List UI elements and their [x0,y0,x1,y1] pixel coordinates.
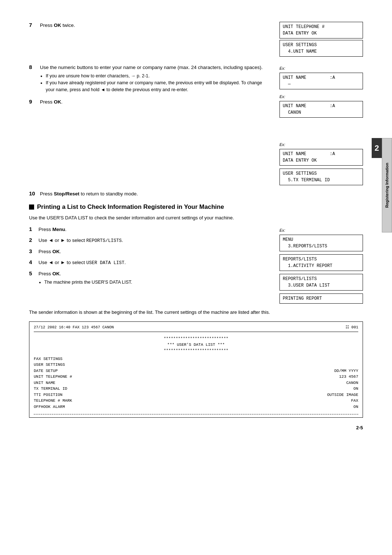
step-8: 8 Use the numeric buttons to enter your … [29,64,271,93]
lcd-unit-name-data-entry-ok: UNIT NAME :A DATA ENTRY OK [279,149,363,166]
printing-ex-label-1: Ex: [279,228,363,232]
step-10-row: 10 Press Stop/Reset to return to standby… [29,190,363,198]
lcd-reports-lists-activity: REPORTS/LISTS 1.ACTIVITY REPORT [279,254,363,271]
step-7-row: 7 Press OK twice. UNIT TELEPHONE # DATA … [29,22,363,58]
printing-step-2-content: Use ◄ or ► to select REPORTS/LISTS. [38,237,271,244]
printing-step-5-bullet: The machine prints the USER'S DATA LIST. [44,279,271,286]
step-10-number: 10 [29,190,36,197]
printing-step-3-number: 3 [29,248,36,254]
data-list-title: *** USER'S DATA LIST *** [34,342,358,348]
step-9-ok-bold: OK [54,99,61,105]
data-list-offhook: OFFHOOK ALARM ON [34,404,358,410]
step-3-ok-bold: OK [52,249,60,254]
section-number-badge: 2 [372,138,382,158]
data-list-stars-1: *************************** [34,336,358,342]
printing-step-1-text: Press Menu. [38,226,271,233]
step-7-left: 7 Press OK twice. [29,22,271,58]
lcd-unit-telephone-data-entry: UNIT TELEPHONE # DATA ENTRY OK [279,22,363,39]
step-10: 10 Press Stop/Reset to return to standby… [29,190,363,198]
lcd-menu-reports-lists: MENU 3.REPORTS/LISTS [279,235,363,251]
ex-label-3: Ex: [279,142,363,147]
data-list-unit-tel: UNIT TELEPHONE # 123 4567 [34,374,358,380]
data-list-header-right: ☷ 001 [346,325,358,331]
step-8-bullets: If you are unsure how to enter character… [46,73,271,93]
sender-info-text: The sender information is shown at the b… [29,309,363,316]
printing-step-3-text: Press OK. [38,248,271,255]
step-9: 9 Press OK. [29,98,271,106]
printing-steps-left: 1 Press Menu. 2 Use ◄ or ► to select REP… [29,226,271,305]
step-7: 7 Press OK twice. [29,22,271,29]
page: Registering Information 2 7 Press OK twi… [0,0,392,452]
data-list-user-settings: USER SETTINGS [34,362,358,368]
printing-step-2-number: 2 [29,237,36,243]
step-89-right: Ex: UNIT NAME :A — Ex: UNIT NAME :A CANO… [279,64,363,187]
page-number: 2-5 [29,425,363,430]
data-list-inner: *************************** *** USER'S D… [34,334,358,411]
printing-steps-right: Ex: MENU 3.REPORTS/LISTS REPORTS/LISTS 1… [279,226,363,305]
lcd-unit-name-canon: UNIT NAME :A CANON [279,101,363,118]
step-7-number: 7 [29,22,36,28]
step-5-ok-bold: OK [52,271,60,276]
printing-steps-content: 1 Press Menu. 2 Use ◄ or ► to select REP… [29,226,363,305]
reports-lists-code: REPORTS/LISTS [86,238,122,243]
step-9-text: Press OK. [40,98,271,106]
printing-section-desc: Use the USER'S DATA LIST to check the se… [29,214,363,222]
data-list-stars-2: *************************** [34,348,358,354]
printing-step-5-number: 5 [29,270,36,276]
side-tab: Registering Information [382,138,392,232]
lcd-reports-lists-user-data: REPORTS/LISTS 3.USER DATA LIST [279,274,363,291]
step-10-text: Press Stop/Reset to return to standby mo… [40,190,363,198]
step-7-right: UNIT TELEPHONE # DATA ENTRY OK USER SETT… [279,22,363,58]
printing-step-5: 5 Press OK. The machine prints the USER'… [29,270,271,286]
data-list-fax-settings: FAX SETTINGS [34,356,358,362]
data-list-tel-mark: TELEPHONE # MARK FAX [34,398,358,404]
step-89-left: 8 Use the numeric buttons to enter your … [29,64,271,187]
step-9-content: Press OK. [40,98,271,106]
data-list-dashed-border [34,414,358,414]
ex-label-2: Ex: [279,94,363,99]
printing-step-2-text: Use ◄ or ► to select REPORTS/LISTS. [38,237,271,244]
printing-step-4-number: 4 [29,259,36,265]
step-10-stopreset-bold: Stop/Reset [54,191,79,197]
step-8-bullet-2: If you have already registered your name… [46,80,271,93]
user-data-list-code: USER DATA LIST [86,260,124,266]
lcd-user-settings-unit-name: USER SETTINGS 4.UNIT NAME [279,40,363,57]
printing-step-4-text: Use ◄ or ► to select USER DATA LIST. [38,259,271,267]
step-89-row: 8 Use the numeric buttons to enter your … [29,64,363,187]
printing-step-1: 1 Press Menu. [29,226,271,233]
step-9-number: 9 [29,98,36,105]
printing-step-1-number: 1 [29,226,36,232]
step-10-content: Press Stop/Reset to return to standby mo… [40,190,363,198]
printing-step-2: 2 Use ◄ or ► to select REPORTS/LISTS. [29,237,271,244]
printing-step-3: 3 Press OK. [29,248,271,255]
printing-step-4-content: Use ◄ or ► to select USER DATA LIST. [38,259,271,267]
step-8-bullet-1: If you are unsure how to enter character… [46,73,271,80]
data-list-unit-name: UNIT NAME CANON [34,380,358,386]
lcd-unit-name-blank: UNIT NAME :A — [279,73,363,89]
printing-step-1-content: Press Menu. [38,226,271,233]
ex-label-1: Ex: [279,66,363,70]
printing-step-4: 4 Use ◄ or ► to select USER DATA LIST. [29,259,271,267]
step-8-text: Use the numeric buttons to enter your na… [40,64,271,71]
step-8-number: 8 [29,64,36,70]
printing-step-3-content: Press OK. [38,248,271,255]
step-7-content: Press OK twice. [40,22,271,29]
data-list-tx-terminal: TX TERMINAL ID ON [34,386,358,392]
printing-section-heading-container: Printing a List to Check Information Reg… [29,203,363,222]
data-list-tti-position: TTI POSITION OUTSIDE IMAGE [34,392,358,398]
lcd-printing-report: PRINTING REPORT [279,293,363,304]
printing-step-5-content: Press OK. The machine prints the USER'S … [38,270,271,286]
printing-section-heading: Printing a List to Check Information Reg… [29,203,363,211]
printing-step-5-text: Press OK. [38,270,271,278]
data-list-box: 27/12 2002 16:40 FAX 123 4567 CANON ☷ 00… [29,321,363,418]
printing-step-5-bullets: The machine prints the USER'S DATA LIST. [44,279,271,286]
step-8-content: Use the numeric buttons to enter your na… [40,64,271,93]
step-1-menu-bold: Menu [52,227,65,232]
step-7-ok-bold: OK [54,23,61,28]
data-list-header: 27/12 2002 16:40 FAX 123 4567 CANON ☷ 00… [34,325,358,332]
step-7-text: Press OK twice. [40,22,271,29]
lcd-user-settings-tx-terminal: USER SETTINGS 5.TX TERMINAL ID [279,169,363,185]
data-list-date-setup: DATE SETUP DD/MM YYYY [34,368,358,374]
data-list-header-left: 27/12 2002 16:40 FAX 123 4567 CANON [34,325,114,331]
heading-square-icon [29,204,34,210]
